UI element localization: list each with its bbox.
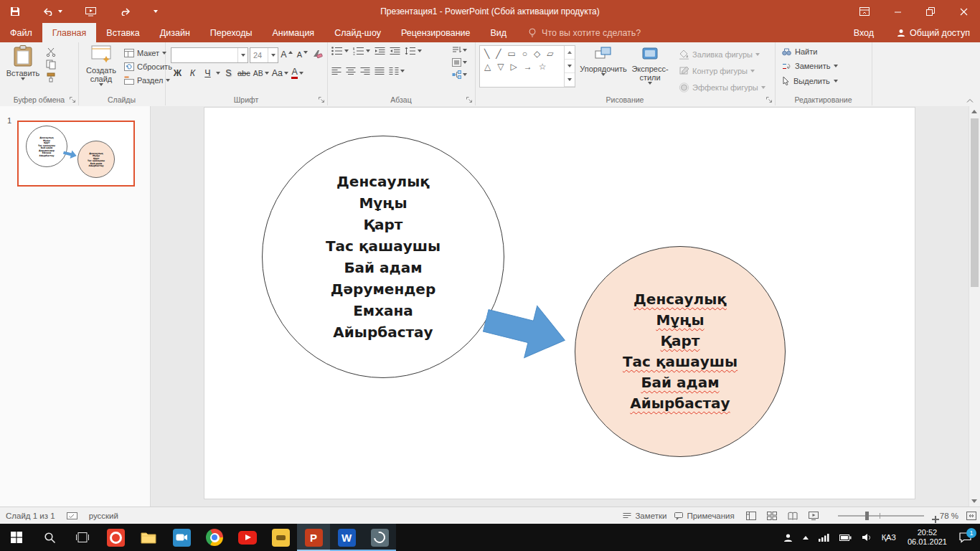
taskbar-chrome[interactable] [198, 524, 231, 551]
select-button[interactable]: Выделить [782, 76, 838, 85]
notes-toggle[interactable]: Заметки [623, 512, 666, 520]
zoom-level[interactable]: 78 % [940, 512, 958, 520]
underline-button[interactable]: Ч [201, 66, 215, 80]
character-spacing-button[interactable]: АВ [253, 66, 270, 80]
zoom-slider-thumb[interactable] [865, 512, 869, 520]
arrange-button[interactable]: Упорядочить [580, 45, 627, 76]
underline-caret-icon[interactable] [216, 72, 220, 75]
share-button[interactable]: Общий доступ [887, 23, 980, 42]
align-text-button[interactable] [452, 58, 467, 67]
volume-button[interactable] [857, 524, 877, 551]
strikethrough-button[interactable]: abc [237, 66, 251, 80]
comments-toggle[interactable]: Примечания [674, 512, 734, 520]
redo-button[interactable] [119, 7, 131, 16]
tab-file[interactable]: Файл [0, 23, 42, 42]
taskbar-word[interactable]: W [330, 524, 363, 551]
minimize-button[interactable] [881, 0, 914, 23]
small-circle-text[interactable]: ДенсаулықМұңыҚартТас қашаушыБай адамАйыр… [623, 289, 738, 414]
input-language-indicator[interactable]: ҚАЗ [877, 524, 901, 551]
save-button[interactable] [10, 6, 20, 17]
normal-view-button[interactable] [746, 512, 756, 520]
columns-button[interactable] [389, 67, 405, 75]
numbering-button[interactable] [353, 47, 370, 55]
vertical-scrollbar[interactable] [969, 106, 980, 507]
collapse-ribbon-button[interactable] [966, 98, 974, 103]
taskbar-app-red[interactable] [99, 524, 132, 551]
search-button[interactable] [33, 524, 66, 551]
increase-indent-button[interactable] [390, 47, 400, 55]
convert-smartart-button[interactable] [452, 70, 467, 79]
align-center-button[interactable] [346, 67, 356, 75]
big-circle-text[interactable]: ДенсаулықМұңыҚартТас қашаушыБай адамДәру… [326, 171, 440, 343]
customize-qat-button[interactable] [154, 10, 158, 13]
taskbar-app-yellow[interactable] [264, 524, 297, 551]
shape-fill-button[interactable]: Заливка фигуры [677, 47, 767, 61]
drawing-dialog-launcher[interactable] [765, 96, 773, 103]
slideshow-view-button[interactable] [809, 512, 819, 520]
sign-in-link[interactable]: Вход [841, 23, 887, 42]
taskbar-email-app[interactable] [363, 524, 396, 551]
taskbar-clock[interactable]: 20:52 06.01.2021 [901, 524, 953, 551]
scrollbar-thumb[interactable] [971, 118, 979, 287]
text-shadow-button[interactable]: S [222, 66, 235, 80]
paste-button[interactable]: Вставить [6, 45, 40, 80]
align-left-button[interactable] [331, 67, 341, 75]
tab-animations[interactable]: Анимация [262, 23, 324, 42]
show-hidden-icons-button[interactable] [798, 524, 814, 551]
line-spacing-button[interactable] [405, 47, 422, 55]
decrease-indent-button[interactable] [374, 47, 385, 55]
small-circle-shape[interactable]: ДенсаулықМұңыҚартТас қашаушыБай адамАйыр… [575, 246, 786, 457]
scroll-up-icon[interactable] [971, 110, 977, 113]
shapes-gallery-scrollbar[interactable] [564, 46, 575, 87]
big-circle-shape[interactable]: ДенсаулықМұңыҚартТас қашаушыБай адамДәру… [262, 136, 504, 378]
slide-sorter-view-button[interactable] [767, 512, 777, 520]
tell-me-box[interactable]: Что вы хотите сделать? [517, 23, 652, 42]
tab-slideshow[interactable]: Слайд-шоу [324, 23, 391, 42]
task-view-button[interactable] [66, 524, 99, 551]
align-right-button[interactable] [360, 67, 370, 75]
slide-indicator[interactable]: Слайд 1 из 1 [6, 512, 55, 520]
close-button[interactable] [947, 0, 980, 23]
reading-view-button[interactable] [788, 512, 798, 520]
tab-view[interactable]: Вид [480, 23, 517, 42]
start-slideshow-button[interactable] [85, 7, 96, 17]
font-dialog-launcher[interactable] [318, 96, 325, 103]
format-painter-button[interactable] [46, 72, 56, 83]
bullets-button[interactable] [331, 47, 349, 55]
new-slide-button[interactable]: Создать слайд [81, 45, 121, 86]
people-button[interactable] [778, 524, 798, 551]
network-button[interactable] [814, 524, 834, 551]
undo-button[interactable] [43, 7, 62, 16]
taskbar-camera-app[interactable] [165, 524, 198, 551]
clear-formatting-button[interactable] [311, 49, 323, 59]
tab-design[interactable]: Дизайн [150, 23, 200, 42]
shape-effects-button[interactable]: Эффекты фигуры [677, 80, 767, 94]
justify-button[interactable] [374, 67, 385, 75]
grow-font-button[interactable]: А [280, 47, 293, 62]
paragraph-dialog-launcher[interactable] [466, 96, 473, 103]
spellcheck-button[interactable] [67, 512, 77, 520]
action-center-button[interactable]: 1 [953, 524, 980, 551]
shapes-row-2[interactable]: △▽▷→☆ [480, 59, 575, 72]
slide-thumbnail[interactable]: ДенсаулықМұңыҚартТас қашаушыБай адамДәру… [17, 121, 135, 187]
shapes-gallery[interactable]: ╲╱▭○◇▱ △▽▷→☆ [479, 45, 575, 88]
shape-outline-button[interactable]: Контур фигуры [677, 64, 767, 77]
language-indicator[interactable]: русский [89, 512, 118, 520]
scroll-down-icon[interactable] [971, 499, 977, 503]
tab-insert[interactable]: Вставка [96, 23, 149, 42]
tab-home[interactable]: Главная [42, 23, 97, 42]
arrow-shape[interactable] [477, 286, 576, 375]
taskbar-powerpoint[interactable]: P [297, 524, 330, 551]
clipboard-dialog-launcher[interactable] [69, 96, 76, 103]
text-direction-button[interactable] [452, 46, 467, 55]
battery-button[interactable] [834, 524, 857, 551]
shrink-font-button[interactable]: А [296, 47, 309, 62]
tab-review[interactable]: Рецензирование [391, 23, 481, 42]
font-color-button[interactable]: А [291, 66, 304, 80]
bold-button[interactable]: Ж [171, 66, 184, 80]
slide[interactable]: ДенсаулықМұңыҚартТас қашаушыБай адамДәру… [204, 108, 915, 499]
fit-slide-button[interactable] [966, 512, 976, 520]
font-name-combo[interactable] [171, 47, 248, 63]
maximize-button[interactable] [914, 0, 947, 23]
replace-button[interactable]: Заменить [782, 62, 838, 70]
